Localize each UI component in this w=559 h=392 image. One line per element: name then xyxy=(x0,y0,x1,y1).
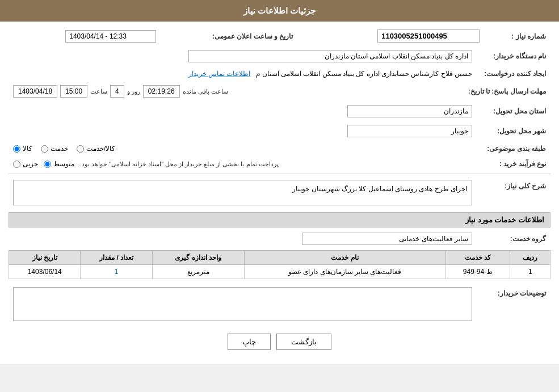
need-number-value: 1103005251000495 xyxy=(315,27,485,45)
procurement-options: پرداخت تمام یا بخشی از مبلغ خریدار از مح… xyxy=(13,160,472,168)
buyer-org-value: اداره کل بنیاد مسکن انقلاب اسلامی استان … xyxy=(188,50,472,62)
description-label: شرح کلی نیاز: xyxy=(477,178,550,208)
buyer-desc-input[interactable] xyxy=(13,287,472,321)
service-group-row: گروه خدمت: سایر فعالیت‌های خدماتی xyxy=(9,230,550,247)
table-row: 1 ط-94-949 فعالیت‌های سایر سازمان‌های دا… xyxy=(9,265,550,279)
category-kala-khedmat-option[interactable]: کالا/خدمت xyxy=(77,145,115,153)
service-group-label: گروه خدمت: xyxy=(477,230,550,247)
cell-qty: 1 xyxy=(81,265,152,279)
description-area: اجرای طرح هادی روستای اسماعیل کلا بزرگ ش… xyxy=(13,180,472,205)
province-value: مازندران xyxy=(347,105,472,117)
cell-unit: مترمربع xyxy=(152,265,244,279)
city-row: شهر محل تحویل: جویبار xyxy=(9,123,550,140)
province-row: استان محل تحویل: مازندران xyxy=(9,103,550,120)
button-row: بازگشت چاپ xyxy=(9,334,550,350)
creator-contact-link[interactable]: اطلاعات تماس خریدار xyxy=(188,70,251,78)
service-group-value: سایر فعالیت‌های خدماتی xyxy=(302,233,472,245)
category-kala-label: کالا xyxy=(23,145,32,153)
services-section-title: اطلاعات خدمات مورد نیاز xyxy=(9,212,550,227)
city-value: جویبار xyxy=(347,125,472,137)
col-header-code: کد خدمت xyxy=(445,251,510,265)
col-header-qty: تعداد / مقدار xyxy=(81,251,152,265)
deadline-label: مهلت ارسال پاسخ: تا تاریخ: xyxy=(464,83,550,100)
need-number-label: شماره نیاز : xyxy=(484,27,550,45)
category-khedmat-radio[interactable] xyxy=(41,145,48,153)
col-header-name: نام خدمت xyxy=(244,251,445,265)
page-wrapper: جزئیات اطلاعات نیاز شماره نیاز : 1103005… xyxy=(0,0,559,364)
city-label: شهر محل تحویل: xyxy=(477,123,550,140)
deadline-row: مهلت ارسال پاسخ: تا تاریخ: ساعت باقی مان… xyxy=(9,83,550,100)
time-value: 15:00 xyxy=(60,85,87,98)
remaining-value: 02:19:26 xyxy=(143,85,180,98)
days-value: 4 xyxy=(110,85,124,98)
procurement-jazyi-option[interactable]: جزیی xyxy=(13,160,38,168)
divider-1 xyxy=(9,174,550,174)
buyer-desc-section: توضیحات خریدار: xyxy=(9,285,550,325)
cell-code: ط-94-949 xyxy=(445,265,510,279)
col-header-row: ردیف xyxy=(510,251,550,265)
category-khedmat-option[interactable]: خدمت xyxy=(41,145,68,153)
category-kala-khedmat-label: کالا/خدمت xyxy=(86,145,115,153)
date-announce-value: 1403/04/14 - 12:33 xyxy=(65,30,156,43)
print-button[interactable]: چاپ xyxy=(228,334,271,350)
page-header: جزئیات اطلاعات نیاز xyxy=(0,0,559,22)
procurement-motavaset-label: متوسط xyxy=(53,160,74,168)
need-number-row: شماره نیاز : 1103005251000495 تاریخ و سا… xyxy=(9,27,550,45)
deadline-date-row: ساعت باقی مانده 02:19:26 روز و 4 ساعت 15… xyxy=(13,85,459,98)
cell-row: 1 xyxy=(510,265,550,279)
category-kala-khedmat-radio[interactable] xyxy=(77,145,84,153)
procurement-motavaset-radio[interactable] xyxy=(44,161,51,168)
category-kala-radio[interactable] xyxy=(13,145,20,153)
category-kala-option[interactable]: کالا xyxy=(13,145,32,153)
description-value: اجرای طرح هادی روستای اسماعیل کلا بزرگ ش… xyxy=(13,180,472,205)
page-title: جزئیات اطلاعات نیاز xyxy=(243,6,316,15)
need-number-box: 1103005251000495 xyxy=(377,29,480,43)
procurement-jazyi-radio[interactable] xyxy=(13,161,20,168)
col-header-unit: واحد اندازه گیری xyxy=(152,251,244,265)
province-label: استان محل تحویل: xyxy=(477,103,550,120)
col-header-date: تاریخ نیاز xyxy=(9,251,81,265)
category-label: طبقه بندی موضوعی: xyxy=(477,142,550,155)
creator-label: ایجاد کننده درخواست: xyxy=(477,68,550,80)
buyer-desc-label: توضیحات خریدار: xyxy=(477,285,550,325)
creator-value: حسین فلاح کارشناس حسابداری اداره کل بنیا… xyxy=(256,70,472,78)
cell-date: 1403/06/14 xyxy=(9,265,81,279)
qty-value: 1 xyxy=(115,268,119,276)
deadline-date-value: 1403/04/18 xyxy=(13,85,57,98)
category-radio-group: کالا/خدمت خدمت کالا xyxy=(13,145,472,153)
procurement-jazyi-label: جزیی xyxy=(23,160,38,168)
days-label: روز و xyxy=(127,88,140,95)
category-row: طبقه بندی موضوعی: کالا/خدمت خدمت کالا xyxy=(9,142,550,155)
procurement-note: پرداخت تمام یا بخشی از مبلغ خریدار از مح… xyxy=(80,161,279,168)
category-khedmat-label: خدمت xyxy=(51,145,68,153)
back-button[interactable]: بازگشت xyxy=(276,334,331,350)
main-content: شماره نیاز : 1103005251000495 تاریخ و سا… xyxy=(0,22,559,364)
buyer-org-label: نام دستگاه خریدار: xyxy=(477,48,550,65)
creator-row: ایجاد کننده درخواست: حسین فلاح کارشناس ح… xyxy=(9,68,550,80)
procurement-motavaset-option[interactable]: متوسط xyxy=(44,160,74,168)
services-table: ردیف کد خدمت نام خدمت واحد اندازه گیری ت… xyxy=(9,250,550,279)
procurement-row: نوع فرآیند خرید : پرداخت تمام یا بخشی از… xyxy=(9,158,550,170)
buyer-org-row: نام دستگاه خریدار: اداره کل بنیاد مسکن ا… xyxy=(9,48,550,65)
description-row: شرح کلی نیاز: اجرای طرح هادی روستای اسما… xyxy=(9,178,550,208)
procurement-label: نوع فرآیند خرید : xyxy=(477,158,550,170)
date-announce-label: تاریخ و ساعت اعلان عمومی: xyxy=(161,27,297,45)
remaining-label: ساعت باقی مانده xyxy=(183,88,228,95)
cell-name: فعالیت‌های سایر سازمان‌های دارای عضو xyxy=(244,265,445,279)
time-label: ساعت xyxy=(90,88,107,95)
